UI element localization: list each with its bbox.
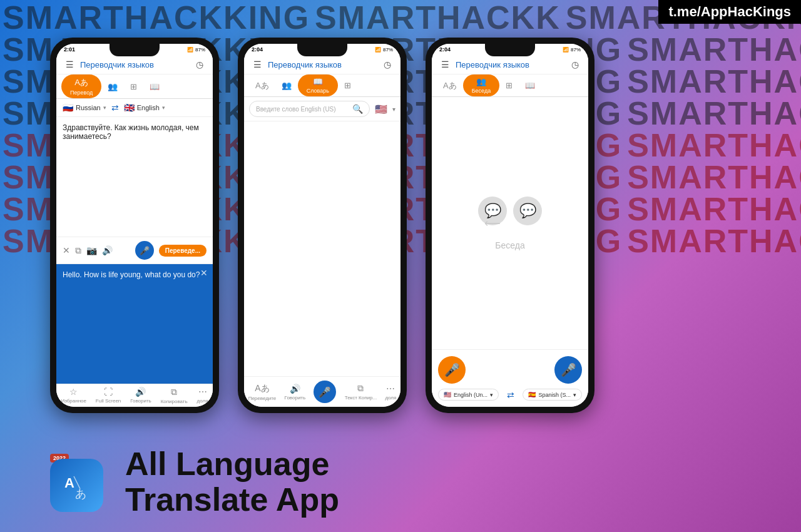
phone-1-clear-icon[interactable]: ✕: [63, 245, 70, 255]
phone-2-search-row: Введите слово English (US) 🔍 🇺🇸 ▾: [244, 97, 400, 121]
phone-1-nav-speak[interactable]: 🔊 Говорить: [130, 387, 151, 404]
phone-1-nav-favorites-label: Избранное: [61, 398, 86, 404]
phone-3-tab-conversation[interactable]: 👥 Беседа: [463, 74, 499, 96]
phone-2-toolbar-translate[interactable]: Aあ Переведите: [248, 383, 277, 401]
phone-1-source-lang-arrow: ▾: [103, 105, 106, 111]
phone-1-input-text: Здравствуйте. Как жизнь молодая, чем зан…: [63, 123, 199, 141]
phone-1-result-text: Hello. How is life young, what do you do…: [63, 270, 200, 279]
phone-2-bottom-toolbar: Aあ Переведите 🔊 Говорить 🎤 ⧉ Текст Копир…: [244, 376, 400, 407]
phone-1-tab-people[interactable]: 👥: [101, 78, 124, 95]
phone-2-toolbar-copy-label: Текст Копир...: [345, 395, 377, 401]
phone-2-tab-grid[interactable]: ⊞: [338, 77, 357, 94]
phone-1-nav-favorites[interactable]: ☆ Избранное: [61, 387, 86, 404]
phone-1-source-lang-label: Russian: [76, 104, 101, 111]
app-title: All Language Translate App: [125, 446, 339, 518]
phone-2-toolbar-share-label: доля: [385, 395, 396, 401]
phone-1-clock-icon[interactable]: ◷: [193, 58, 207, 71]
phone-1-app-header: ☰ Переводчик языков ◷: [56, 55, 213, 74]
phone-3-swap-icon[interactable]: ⇄: [507, 390, 514, 400]
phone-3-notch: [485, 44, 535, 56]
app-title-line2: Translate App: [125, 482, 339, 518]
phone-1-mic-button[interactable]: 🎤: [135, 241, 154, 260]
phone-3: 2:04 📶 87% ☰ Переводчик языков ◷ Aあ 👥: [426, 38, 594, 413]
logo-translate-svg: A あ: [61, 470, 93, 501]
phone-3-source-lang-label: English (Un...: [454, 392, 487, 398]
phone-2-blank-area: [244, 121, 400, 376]
phone-2-search-icon: 🔍: [352, 104, 363, 114]
phone-3-target-lang-label: Spanish (S...: [538, 392, 571, 398]
phone-1-swap-icon[interactable]: ⇄: [111, 103, 119, 113]
phone-3-source-lang-button[interactable]: 🇺🇸 English (Un... ▾: [438, 389, 499, 401]
phone-1-status-icons: 📶 87%: [187, 47, 205, 53]
phone-1-source-lang[interactable]: 🇷🇺 Russian ▾: [63, 103, 106, 113]
top-banner: t.me/AppHacKings: [658, 0, 801, 24]
phone-2-search-input[interactable]: Введите слово English (US) 🔍: [249, 101, 370, 117]
phone-1-tab-grid[interactable]: ⊞: [124, 78, 143, 95]
phone-3-conv-bottom: 🎤 🎤 🇺🇸 English (Un... ▾ ⇄ 🇪🇸 Spanish (S.…: [432, 349, 588, 407]
phone-2-tab-translate[interactable]: Aあ: [249, 76, 275, 95]
phone-1-nav-fullscreen-label: Full Screen: [96, 398, 121, 404]
bottom-section: 2022 A あ All Language Translate App: [0, 432, 801, 532]
phone-1-nav-copy[interactable]: ⧉ Копировать: [161, 387, 188, 404]
phone-1-target-lang-arrow: ▾: [162, 105, 165, 111]
phones-container: 2:01 📶 87% ☰ Переводчик языков ◷ Aあ Пере…: [50, 38, 594, 413]
phone-3-menu-icon[interactable]: ☰: [438, 58, 452, 71]
phone-3-conv-label: Беседа: [495, 240, 524, 250]
phone-2-toolbar-share[interactable]: ⋯ доля: [385, 384, 396, 401]
phone-3-conv-icon-right: 💬: [513, 197, 542, 225]
phone-2-toolbar-speak[interactable]: 🔊 Говорить: [285, 384, 306, 401]
phone-3-target-flag: 🇪🇸: [528, 391, 536, 398]
phone-1-result-area: ✕ Hello. How is life young, what do you …: [56, 264, 213, 384]
svg-text:A: A: [64, 475, 74, 491]
phone-1: 2:01 📶 87% ☰ Переводчик языков ◷ Aあ Пере…: [50, 38, 219, 413]
banner-text: t.me/AppHacKings: [668, 4, 791, 19]
phone-2-mic-button[interactable]: 🎤: [314, 381, 336, 403]
phone-2-flag-button[interactable]: 🇺🇸: [372, 102, 390, 116]
phone-3-source-lang-arrow: ▾: [490, 392, 493, 398]
phone-2-search-placeholder: Введите слово English (US): [256, 106, 336, 113]
phone-2: 2:04 📶 87% ☰ Переводчик языков ◷ Aあ 👥: [238, 38, 407, 413]
phone-1-camera-icon[interactable]: 📷: [86, 245, 97, 255]
phone-2-tab-dictionary[interactable]: 📖 Словарь: [298, 74, 338, 96]
phone-3-mic-blue[interactable]: 🎤: [554, 356, 582, 384]
phone-3-tab-grid[interactable]: ⊞: [499, 77, 519, 94]
phone-3-tab-translate[interactable]: Aあ: [437, 76, 463, 95]
phone-2-tab-dictionary-label: Словарь: [307, 88, 329, 94]
phone-1-screen: 2:01 📶 87% ☰ Переводчик языков ◷ Aあ Пере…: [56, 44, 213, 407]
phone-2-menu-icon[interactable]: ☰: [250, 58, 264, 71]
phone-3-app-header: ☰ Переводчик языков ◷: [432, 55, 588, 74]
phone-2-screen: 2:04 📶 87% ☰ Переводчик языков ◷ Aあ 👥: [244, 44, 400, 407]
phone-2-tab-people[interactable]: 👥: [275, 77, 298, 94]
phone-1-nav-share[interactable]: ⋯ доля: [197, 387, 208, 404]
phone-1-translate-button[interactable]: Переведе...: [159, 245, 207, 257]
phone-3-screen: 2:04 📶 87% ☰ Переводчик языков ◷ Aあ 👥: [432, 44, 588, 407]
phone-2-clock-icon[interactable]: ◷: [380, 58, 394, 71]
phone-3-mic-orange[interactable]: 🎤: [438, 356, 466, 384]
phone-3-clock-icon[interactable]: ◷: [568, 58, 582, 71]
phone-2-notch: [297, 44, 347, 56]
phone-2-toolbar-translate-label: Переведите: [248, 396, 277, 401]
phone-3-tab-book[interactable]: 📖: [519, 77, 541, 94]
phone-2-tab-bar: Aあ 👥 📖 Словарь ⊞: [244, 74, 400, 97]
phone-1-copy-icon[interactable]: ⧉: [75, 245, 81, 256]
phone-1-input-area[interactable]: Здравствуйте. Как жизнь молодая, чем зан…: [56, 117, 213, 237]
phone-3-lang-row-bottom: 🇺🇸 English (Un... ▾ ⇄ 🇪🇸 Spanish (S... ▾: [438, 389, 582, 401]
phone-1-time: 2:01: [64, 46, 75, 53]
phone-3-target-lang-button[interactable]: 🇪🇸 Spanish (S... ▾: [523, 389, 582, 401]
phone-1-tab-translate-label: Перевод: [70, 90, 93, 96]
phone-1-tab-book[interactable]: 📖: [143, 78, 166, 95]
phone-3-source-flag: 🇺🇸: [444, 391, 451, 398]
phone-1-volume-icon[interactable]: 🔊: [102, 245, 113, 255]
phone-3-mic-row: 🎤 🎤: [438, 356, 582, 384]
phone-2-status-icons: 📶 87%: [375, 47, 393, 53]
phone-2-dropdown-arrow[interactable]: ▾: [392, 106, 395, 113]
phone-1-nav-fullscreen[interactable]: ⛶ Full Screen: [96, 387, 121, 404]
phone-1-target-lang[interactable]: 🇬🇧 English ▾: [124, 103, 165, 113]
phone-1-tab-bar: Aあ Перевод 👥 ⊞ 📖: [56, 74, 213, 99]
phone-2-toolbar-copy[interactable]: ⧉ Текст Копир...: [345, 383, 377, 401]
phone-1-result-close[interactable]: ✕: [200, 268, 208, 278]
phone-1-menu-icon[interactable]: ☰: [63, 58, 76, 71]
phone-1-tab-translate[interactable]: Aあ Перевод: [61, 74, 101, 98]
svg-text:あ: あ: [75, 488, 86, 500]
phone-1-nav-speak-label: Говорить: [130, 398, 151, 404]
